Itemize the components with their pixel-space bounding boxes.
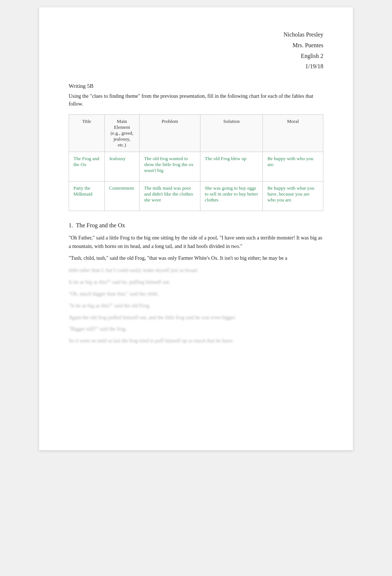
col-solution: Solution [200, 115, 263, 152]
table-cell: The old Frog blew up [200, 152, 263, 182]
blurred-paragraph: So it went on until at last the frog tri… [69, 337, 323, 345]
blurred-paragraph: "Oh, much bigger than that," said the ch… [69, 290, 323, 299]
table-cell: Patty the Milkmaid [69, 182, 105, 211]
table-cell: Be happy with what you have, because you… [263, 182, 323, 211]
blurred-paragraph: little taller than I, but I could easily… [69, 266, 323, 275]
assignment-title: Writing 5B [69, 83, 323, 89]
date: 1/19/18 [69, 61, 323, 72]
table-cell: The Frog and the Ox [69, 152, 105, 182]
page: Nicholas Presley Mrs. Puentes English 2 … [39, 7, 353, 450]
col-title: Title [69, 115, 105, 152]
section-1: 1. The Frog and the Ox "Oh Father," said… [69, 222, 323, 345]
col-main-element: Main Element(e.g., greed,jealousy, etc.) [104, 115, 140, 152]
table-cell: She was going to buy eggs to sell in ord… [200, 182, 263, 211]
col-problem: Problem [140, 115, 200, 152]
table-body: The Frog and the OxJealousyThe old frog … [69, 152, 323, 211]
fable-table: Title Main Element(e.g., greed,jealousy,… [69, 114, 323, 211]
teacher-name: Mrs. Puentes [69, 40, 323, 51]
paragraph-1: "Oh Father," said a little Frog to the b… [69, 234, 323, 251]
class-name: English 2 [69, 51, 323, 62]
table-cell: The milk maid was poor and didn't like t… [140, 182, 200, 211]
blurred-paragraph: "Is he as big as this?" said the old Fro… [69, 301, 323, 310]
table-cell: Be happy with who you are. [263, 152, 323, 182]
table-cell: The old frog wanted to show the little f… [140, 152, 200, 182]
table-cell: Contentment [104, 182, 140, 211]
paragraph-2: "Tush, child, tush," said the old Frog, … [69, 254, 323, 262]
table-row: The Frog and the OxJealousyThe old frog … [69, 152, 323, 182]
blurred-paragraph: Is he as big as this?" said he, puffing … [69, 278, 323, 287]
header-info: Nicholas Presley Mrs. Puentes English 2 … [69, 30, 323, 72]
section-title: 1. The Frog and the Ox [69, 222, 323, 229]
table-row: Patty the MilkmaidContentmentThe milk ma… [69, 182, 323, 211]
col-moral: Moral [263, 115, 323, 152]
blurred-content: little taller than I, but I could easily… [69, 266, 323, 345]
instructions: Using the "clues to finding theme" from … [69, 92, 323, 108]
table-cell: Jealousy [104, 152, 140, 182]
student-name: Nicholas Presley [69, 30, 323, 40]
blurred-paragraph: "Bigger still?" said the frog. [69, 325, 323, 334]
table-header-row: Title Main Element(e.g., greed,jealousy,… [69, 115, 323, 152]
blurred-paragraph: Again the old frog puffed himself out, a… [69, 313, 323, 322]
